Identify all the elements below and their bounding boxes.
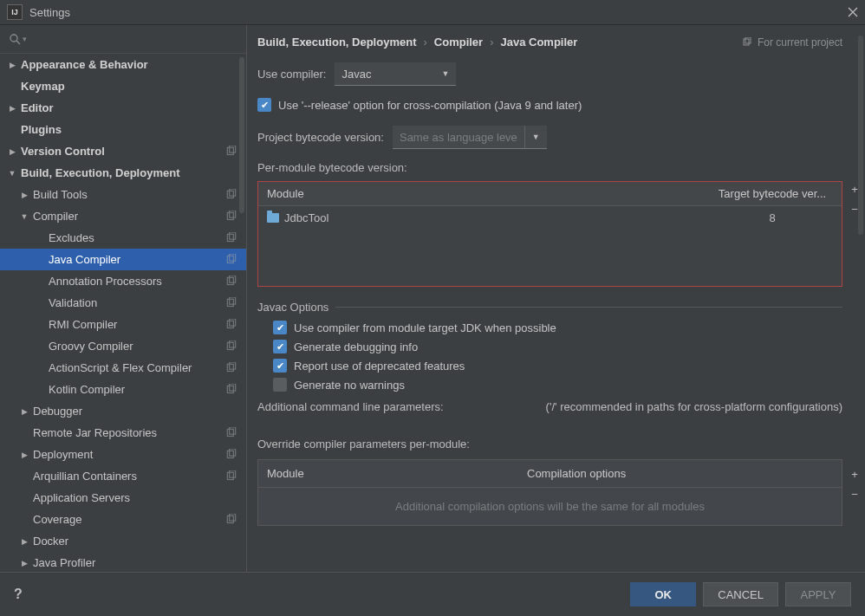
breadcrumb-sep: › <box>490 36 493 49</box>
svg-rect-10 <box>227 256 233 263</box>
sidebar-item-label: Validation <box>49 296 225 309</box>
sidebar-item-compiler[interactable]: ▼Compiler <box>0 205 246 227</box>
sidebar-item-plugins[interactable]: Plugins <box>0 119 246 140</box>
sidebar-item-actionscript-flex-compiler[interactable]: ActionScript & Flex Compiler <box>0 357 246 379</box>
module-column-header[interactable]: Module <box>258 182 703 205</box>
project-badge-icon <box>225 514 237 526</box>
bytecode-version-combo[interactable]: Same as language leve ▼ <box>393 126 547 149</box>
add-override-button[interactable]: + <box>848 468 862 481</box>
tree-expand-icon[interactable]: ▶ <box>19 407 29 416</box>
cancel-button[interactable]: CANCEL <box>703 582 778 606</box>
sidebar-item-version-control[interactable]: ▶Version Control <box>0 140 246 162</box>
svg-rect-31 <box>230 514 236 521</box>
main-scrollbar[interactable] <box>858 36 863 235</box>
svg-rect-2 <box>227 147 233 154</box>
javac-options-title: Javac Options <box>257 301 328 314</box>
close-icon[interactable] <box>848 7 858 17</box>
project-badge-icon <box>225 276 237 288</box>
svg-rect-18 <box>227 342 233 349</box>
breadcrumb-mid[interactable]: Compiler <box>434 36 483 49</box>
remove-override-button[interactable]: − <box>848 488 862 501</box>
sidebar-item-annotation-processors[interactable]: Annotation Processors <box>0 270 246 292</box>
override-module-header[interactable]: Module <box>258 460 518 487</box>
tree-expand-icon[interactable]: ▶ <box>7 61 17 69</box>
per-module-label: Per-module bytecode version: <box>257 161 407 174</box>
tree-expand-icon[interactable]: ▶ <box>19 537 29 546</box>
sidebar-item-coverage[interactable]: Coverage <box>0 509 246 530</box>
project-badge-icon <box>225 470 237 483</box>
tree-expand-icon[interactable]: ▶ <box>19 191 29 199</box>
generate-no-warnings-checkbox[interactable]: Generate no warnings <box>273 378 842 392</box>
sidebar-item-deployment[interactable]: ▶Deployment <box>0 444 246 465</box>
override-table[interactable]: Module Compilation options Additional co… <box>257 459 842 526</box>
svg-rect-30 <box>227 515 233 522</box>
svg-rect-19 <box>230 340 236 347</box>
titlebar: IJ Settings <box>0 0 865 25</box>
tree-expand-icon[interactable]: ▶ <box>19 451 29 459</box>
sidebar-item-remote-jar-repositories[interactable]: Remote Jar Repositories <box>0 422 246 444</box>
sidebar-item-groovy-compiler[interactable]: Groovy Compiler <box>0 335 246 357</box>
project-scope-tag: For current project <box>742 36 842 49</box>
settings-window: IJ Settings ▾ ▶Appearance & BehaviorKeym… <box>0 0 865 616</box>
project-badge-icon <box>225 189 237 201</box>
report-deprecated-checkbox[interactable]: ✔Report use of deprecated features <box>273 359 842 373</box>
project-badge-icon <box>225 340 237 353</box>
main-panel: Build, Execution, Deployment › Compiler … <box>247 25 865 572</box>
dialog-footer: ? OK CANCEL APPLY <box>0 572 865 616</box>
sidebar-item-debugger[interactable]: ▶Debugger <box>0 400 246 422</box>
sidebar-item-arquillian-containers[interactable]: Arquillian Containers <box>0 465 246 487</box>
ok-button[interactable]: OK <box>630 582 696 606</box>
target-column-header[interactable]: Target bytecode ver... <box>703 182 842 205</box>
sidebar-item-keymap[interactable]: Keymap <box>0 75 246 97</box>
use-compiler-combo[interactable]: Javac ▼ <box>335 62 456 86</box>
sidebar-item-label: Keymap <box>21 80 246 93</box>
tree-expand-icon[interactable]: ▶ <box>7 147 17 156</box>
sidebar-item-docker[interactable]: ▶Docker <box>0 530 246 552</box>
svg-rect-14 <box>227 299 233 306</box>
sidebar-item-build-execution-deployment[interactable]: ▼Build, Execution, Deployment <box>0 162 246 184</box>
additional-params-label: Additional command line parameters: <box>257 400 444 413</box>
search-dropdown-icon[interactable]: ▾ <box>23 35 27 43</box>
sidebar-item-rmi-compiler[interactable]: RMI Compiler <box>0 314 246 335</box>
project-badge-icon <box>225 146 237 158</box>
sidebar-item-editor[interactable]: ▶Editor <box>0 97 246 119</box>
tree-expand-icon[interactable]: ▼ <box>19 212 29 221</box>
svg-rect-8 <box>227 234 233 241</box>
sidebar-item-java-profiler[interactable]: ▶Java Profiler <box>0 552 246 572</box>
sidebar-item-validation[interactable]: Validation <box>0 292 246 314</box>
release-option-checkbox[interactable]: ✔ Use '--release' option for cross-compi… <box>257 98 842 112</box>
sidebar-item-excludes[interactable]: Excludes <box>0 227 246 249</box>
use-module-jdk-checkbox[interactable]: ✔Use compiler from module target JDK whe… <box>273 321 842 334</box>
tree-expand-icon[interactable]: ▶ <box>19 559 29 567</box>
svg-rect-7 <box>230 211 236 217</box>
sidebar-item-kotlin-compiler[interactable]: Kotlin Compiler <box>0 379 246 400</box>
sidebar-item-label: RMI Compiler <box>49 318 225 331</box>
breadcrumb-root[interactable]: Build, Execution, Deployment <box>257 36 416 49</box>
search-input[interactable]: ▾ <box>0 25 246 54</box>
help-button[interactable]: ? <box>14 587 23 602</box>
project-badge-icon <box>225 232 237 244</box>
svg-rect-20 <box>227 364 233 371</box>
sidebar-item-application-servers[interactable]: Application Servers <box>0 487 246 509</box>
settings-tree: ▶Appearance & BehaviorKeymap▶EditorPlugi… <box>0 54 246 572</box>
svg-rect-24 <box>227 429 233 436</box>
additional-params-hint: ('/' recommended in paths for cross-plat… <box>546 400 842 413</box>
table-row[interactable]: JdbcTool 8 <box>258 206 842 230</box>
override-placeholder: Additional compilation options will be t… <box>258 488 842 525</box>
tree-scrollbar[interactable] <box>239 57 244 213</box>
sidebar-item-label: ActionScript & Flex Compiler <box>49 361 225 374</box>
svg-rect-28 <box>227 472 233 479</box>
apply-button[interactable]: APPLY <box>785 582 851 606</box>
generate-debug-checkbox[interactable]: ✔Generate debugging info <box>273 340 842 353</box>
sidebar-item-build-tools[interactable]: ▶Build Tools <box>0 184 246 205</box>
override-options-header[interactable]: Compilation options <box>518 460 842 487</box>
sidebar-item-appearance-behavior[interactable]: ▶Appearance & Behavior <box>0 54 246 75</box>
svg-rect-15 <box>230 297 236 304</box>
sidebar-item-java-compiler[interactable]: Java Compiler <box>0 249 246 270</box>
module-icon <box>267 213 279 223</box>
tree-expand-icon[interactable]: ▶ <box>7 104 17 113</box>
per-module-table[interactable]: Module Target bytecode ver... JdbcTool 8 <box>257 181 842 287</box>
use-compiler-label: Use compiler: <box>257 68 326 81</box>
tree-expand-icon[interactable]: ▼ <box>7 169 17 178</box>
copy-icon <box>742 37 752 48</box>
